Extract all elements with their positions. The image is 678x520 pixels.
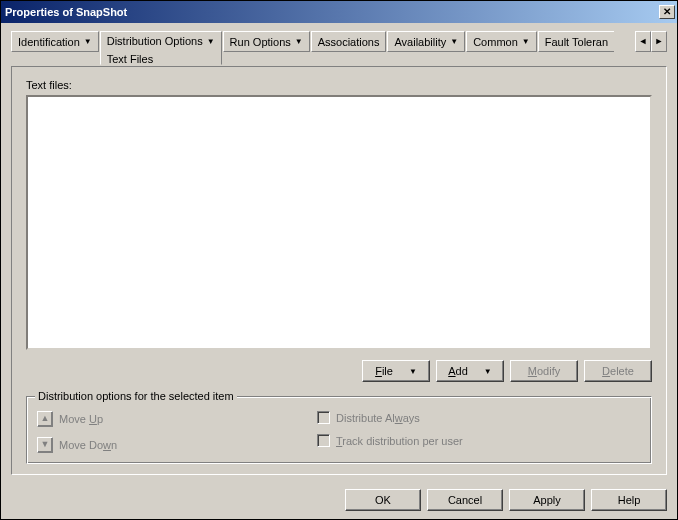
properties-window: Properties of SnapShot ✕ Identification … (0, 0, 678, 520)
distribute-always-checkbox[interactable]: Distribute Always (317, 411, 463, 424)
dialog-footer: OK Cancel Apply Help (1, 483, 677, 519)
chevron-down-icon: ▼ (295, 37, 303, 46)
track-distribution-checkbox[interactable]: Track distribution per user (317, 434, 463, 447)
group-legend: Distribution options for the selected it… (35, 390, 237, 402)
help-button[interactable]: Help (591, 489, 667, 511)
tab-bar: Identification ▼ Distribution Options ▼ … (11, 31, 667, 67)
tab-subtitle: Text Files (107, 51, 153, 65)
tab-run-options[interactable]: Run Options ▼ (223, 31, 310, 52)
text-files-label: Text files: (26, 79, 652, 91)
tab-fault-tolerance[interactable]: Fault Toleran (538, 31, 614, 52)
text-files-listbox[interactable] (26, 95, 652, 350)
move-up-button[interactable]: ▲ Move Up (37, 411, 317, 427)
arrow-down-icon: ▼ (37, 437, 53, 453)
distribution-options-group: Distribution options for the selected it… (26, 396, 652, 464)
checkbox-icon (317, 411, 330, 424)
titlebar: Properties of SnapShot ✕ (1, 1, 677, 23)
chevron-down-icon: ▼ (84, 37, 92, 46)
chevron-down-icon: ▼ (522, 37, 530, 46)
tab-scroll: ◄ ► (635, 31, 667, 52)
chevron-down-icon: ▼ (450, 37, 458, 46)
file-button-row: File ▼ Add ▼ Modify Delete (26, 360, 652, 382)
close-button[interactable]: ✕ (659, 5, 675, 19)
file-button-rest: ile (382, 365, 393, 377)
add-button[interactable]: Add ▼ (436, 360, 504, 382)
content-panel: Text files: File ▼ Add ▼ Modify Delete (11, 66, 667, 475)
apply-button[interactable]: Apply (509, 489, 585, 511)
tab-scroll-right[interactable]: ► (651, 31, 667, 52)
checkbox-icon (317, 434, 330, 447)
arrow-up-icon: ▲ (37, 411, 53, 427)
window-body: Identification ▼ Distribution Options ▼ … (1, 23, 677, 483)
window-title: Properties of SnapShot (5, 6, 659, 18)
chevron-down-icon: ▼ (409, 367, 417, 376)
tab-distribution-options[interactable]: Distribution Options ▼ Text Files (100, 31, 222, 65)
chevron-down-icon: ▼ (484, 367, 492, 376)
modify-button-rest: odify (537, 365, 560, 377)
delete-button[interactable]: Delete (584, 360, 652, 382)
delete-button-rest: elete (610, 365, 634, 377)
move-down-button[interactable]: ▼ Move Down (37, 437, 317, 453)
modify-button[interactable]: Modify (510, 360, 578, 382)
add-button-rest: dd (456, 365, 468, 377)
file-button[interactable]: File ▼ (362, 360, 430, 382)
tab-common[interactable]: Common ▼ (466, 31, 537, 52)
cancel-button[interactable]: Cancel (427, 489, 503, 511)
tab-scroll-left[interactable]: ◄ (635, 31, 651, 52)
tab-availability[interactable]: Availability ▼ (387, 31, 465, 52)
chevron-down-icon: ▼ (207, 37, 215, 46)
tab-associations[interactable]: Associations (311, 31, 387, 52)
tab-identification[interactable]: Identification ▼ (11, 31, 99, 52)
ok-button[interactable]: OK (345, 489, 421, 511)
